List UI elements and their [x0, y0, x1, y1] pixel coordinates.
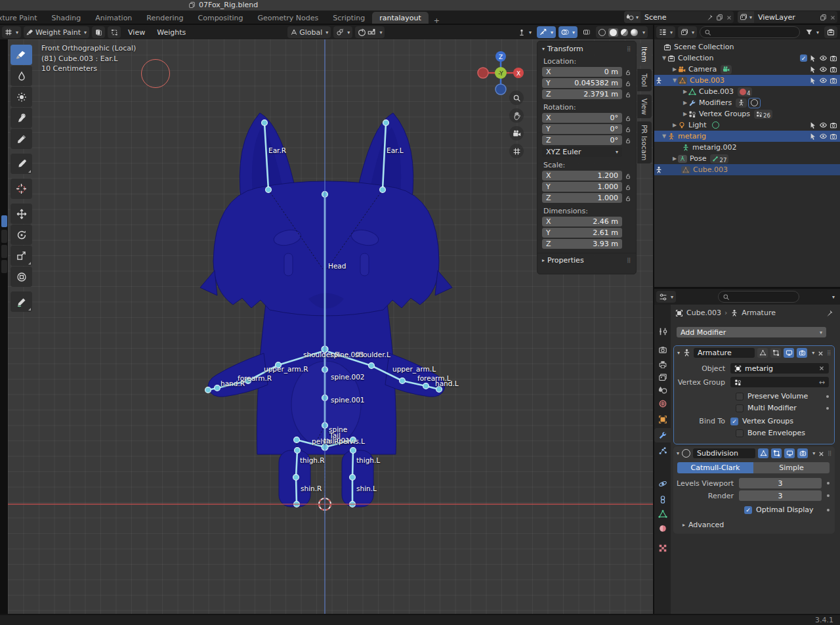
hide-viewport-icon[interactable] — [819, 76, 828, 85]
outliner-row-metarig-002[interactable]: metarig.002 — [654, 142, 840, 153]
bind-bone-envelopes-checkbox[interactable] — [736, 429, 744, 437]
location-z-field[interactable]: Z2.3791 m — [542, 89, 622, 99]
paint-mask-face-toggle[interactable] — [92, 26, 105, 38]
tab-tool-properties[interactable] — [654, 324, 671, 339]
lock-icon[interactable] — [625, 173, 631, 179]
viewlayer-selector[interactable]: ▾ ViewLayer — [738, 11, 837, 23]
scale-y-field[interactable]: Y1.000 — [542, 182, 622, 192]
editor-type-button[interactable]: ▾ — [2, 26, 21, 38]
outliner-display-mode-button[interactable]: ▾ — [656, 26, 675, 38]
tab-object-properties[interactable] — [654, 412, 671, 427]
hide-viewport-icon[interactable] — [819, 121, 828, 129]
catmull-clark-button[interactable]: Catmull-Clark — [677, 462, 753, 473]
modifier-extras-dropdown[interactable]: ▾ — [812, 450, 815, 456]
rotation-x-field[interactable]: X0° — [542, 113, 622, 123]
disable-render-icon[interactable] — [830, 121, 837, 129]
properties-search-input[interactable] — [718, 291, 799, 303]
expand-arrow[interactable]: ▶ — [671, 122, 678, 128]
dim-z-field[interactable]: Z3.93 m — [542, 239, 622, 249]
optimal-display-checkbox[interactable]: ✓ — [744, 506, 752, 514]
pin-scene-icon[interactable] — [705, 13, 715, 22]
scene-selector[interactable]: ▾ Scene — [624, 11, 734, 23]
expand-arrow[interactable]: ▼ — [671, 77, 678, 83]
show-gizmo-toggle[interactable]: ▾ — [537, 26, 556, 38]
tab-physics-properties[interactable] — [654, 477, 671, 491]
advanced-section[interactable]: ▸Advanced — [682, 521, 830, 529]
animate-dot[interactable] — [827, 482, 830, 485]
outliner-row-metarig[interactable]: ▼ metarig — [654, 131, 840, 142]
outliner-filter-id-button[interactable]: ▾ — [678, 26, 697, 38]
tab-world-properties[interactable] — [654, 397, 671, 411]
expand-arrow[interactable]: ▼ — [661, 55, 667, 61]
annotate-tool[interactable] — [10, 291, 32, 312]
delete-modifier-button[interactable] — [818, 449, 825, 458]
modifier-name-field[interactable]: Subdivision — [693, 448, 755, 458]
sample-weight-tool[interactable] — [10, 154, 32, 174]
properties-options-dropdown[interactable]: ▾ — [832, 294, 835, 300]
expand-arrow[interactable]: ▶ — [682, 89, 688, 95]
hide-viewport-icon[interactable] — [819, 54, 828, 62]
subdivision-modifier-header[interactable]: ▾ Subdivision ▾ ⣿ — [673, 446, 835, 460]
outliner-row-vertex-groups[interactable]: ▶ Vertex Groups 26 — [654, 108, 840, 119]
expand-arrow[interactable]: ▶ — [682, 111, 688, 117]
area-splitter-vertical[interactable] — [653, 25, 654, 614]
workspace-tab-animation[interactable]: Animation — [88, 12, 139, 25]
row-label[interactable]: Light — [688, 121, 706, 129]
expand-arrow[interactable]: ▼ — [661, 133, 667, 139]
animate-dot[interactable] — [827, 509, 830, 511]
rotation-y-field[interactable]: Y0° — [542, 124, 622, 134]
armature-modifier-header[interactable]: ▾ Armature ▾ ⣿ — [674, 346, 834, 359]
cursor-tool[interactable] — [10, 179, 32, 199]
copy-viewlayer-icon[interactable] — [818, 13, 828, 22]
add-modifier-button[interactable]: Add Modifier▾ — [677, 327, 826, 337]
draw-brush-tool[interactable] — [10, 45, 32, 65]
blur-tool[interactable] — [10, 66, 32, 86]
selectable-icon[interactable] — [809, 77, 817, 85]
row-label[interactable]: Pose — [690, 154, 706, 163]
rotate-tool[interactable] — [10, 225, 32, 245]
lock-icon[interactable] — [625, 184, 631, 190]
outliner-row-collection[interactable]: ▼ Collection ✓ — [654, 53, 840, 64]
render-levels-field[interactable]: 3 — [739, 490, 822, 501]
xray-toggle[interactable] — [580, 26, 593, 38]
collapse-arrow[interactable]: ▾ — [677, 450, 679, 456]
show-viewport-toggle[interactable] — [784, 348, 794, 358]
panel-drag-handle[interactable]: ⣿ — [627, 46, 631, 52]
show-render-toggle[interactable] — [797, 348, 807, 358]
location-x-field[interactable]: X0 m — [542, 67, 622, 77]
remove-viewlayer-icon[interactable] — [828, 13, 837, 22]
transform-panel-header[interactable]: ▾Transform ⣿ — [542, 45, 631, 53]
lock-icon[interactable] — [625, 195, 631, 202]
zoom-button[interactable] — [509, 91, 524, 105]
menu-weights[interactable]: Weights — [152, 28, 190, 37]
hide-viewport-icon[interactable] — [819, 132, 828, 140]
vertex-groups-badge[interactable]: 26 — [754, 110, 772, 119]
delete-modifier-button[interactable] — [817, 349, 824, 357]
pan-button[interactable] — [509, 108, 524, 123]
light-data-badge[interactable] — [710, 121, 721, 130]
modifier-drag-handle[interactable]: ⣿ — [828, 450, 832, 456]
simple-button[interactable]: Simple — [753, 462, 830, 473]
hidden-panel-tab[interactable] — [1, 245, 7, 258]
multi-modifier-checkbox[interactable] — [736, 404, 744, 412]
outliner-row-light[interactable]: ▶ Light — [654, 119, 840, 131]
preserve-volume-checkbox[interactable] — [736, 393, 744, 400]
move-tool[interactable] — [10, 204, 32, 224]
clear-object-icon[interactable] — [818, 365, 825, 372]
tab-pr-isocam[interactable]: PR Isocam — [637, 121, 652, 163]
pin-id-icon[interactable] — [826, 309, 833, 317]
dim-y-field[interactable]: Y2.61 m — [542, 228, 622, 238]
unlink-scene-icon[interactable] — [724, 13, 734, 22]
workspace-tab-compositing[interactable]: Compositing — [191, 12, 251, 25]
proportional-editing-group[interactable]: ▾ — [355, 26, 385, 38]
hidden-panel-tab[interactable] — [1, 230, 7, 243]
row-label[interactable]: Modifiers — [699, 98, 732, 107]
workspace-tab-rendering[interactable]: Rendering — [139, 12, 190, 25]
row-label[interactable]: metarig.002 — [692, 143, 737, 152]
cage-toggle[interactable] — [770, 348, 781, 358]
viewlayer-icon[interactable]: ▾ — [738, 11, 754, 23]
disable-render-icon[interactable] — [830, 133, 837, 140]
tab-render-properties[interactable] — [654, 343, 671, 357]
lock-icon[interactable] — [625, 80, 631, 87]
outliner-row-modifiers[interactable]: ▶ Modifiers — [654, 97, 840, 108]
